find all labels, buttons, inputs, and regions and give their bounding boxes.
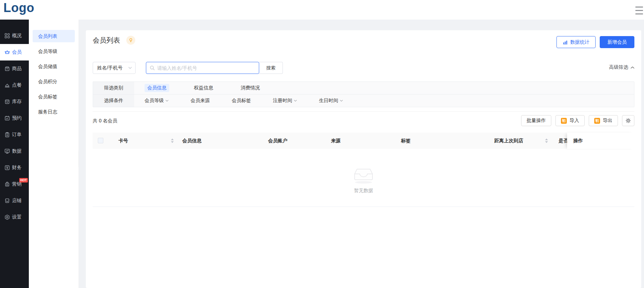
column-actions: 操作: [573, 133, 583, 149]
sort-icon[interactable]: [171, 139, 174, 143]
bag-chart-icon: [4, 181, 10, 187]
app-screen: Logo 概况 会员 商品 点餐: [0, 0, 644, 288]
chevron-down-icon: [294, 100, 297, 102]
hamburger-menu-icon[interactable]: [635, 7, 643, 14]
storefront-icon: [4, 198, 10, 204]
logo: Logo: [3, 1, 34, 15]
tip-lightbulb-icon[interactable]: [126, 36, 135, 45]
import-button[interactable]: 初 导入: [555, 115, 585, 126]
clipboard-icon: [4, 132, 10, 138]
filter-category-row: 筛选类别 会员信息 权益信息 消费情况: [93, 82, 634, 95]
sidebar-item-data[interactable]: 数据: [0, 143, 29, 159]
filter-member-tag[interactable]: 会员标签: [232, 98, 251, 104]
batch-actions-button[interactable]: 批量操作: [521, 115, 551, 126]
sidebar-item-label: 预约: [12, 115, 22, 121]
data-statistics-button[interactable]: 数据统计: [556, 36, 596, 48]
table-bottom-border: [93, 207, 634, 207]
sidebar-item-booking[interactable]: 预约: [0, 110, 29, 126]
submenu-item-member-level[interactable]: 会员等级: [33, 45, 75, 57]
filter-member-level-dropdown[interactable]: 会员等级: [145, 98, 169, 104]
member-list-card: 会员列表 数据统计 新增会员 姓名/手机号 搜索: [86, 30, 641, 288]
submenu-item-service-log[interactable]: 服务日志: [33, 106, 75, 118]
sidebar-item-label: 点餐: [12, 82, 22, 88]
sidebar-item-dining[interactable]: 点餐: [0, 77, 29, 93]
primary-sidebar: 概况 会员 商品 点餐 库存: [0, 20, 29, 288]
import-label: 导入: [570, 118, 579, 124]
search-icon: [150, 65, 155, 70]
filter-condition-label: 选择条件: [93, 95, 134, 107]
secondary-sidebar: 会员列表 会员等级 会员储值 会员积分 会员标签 服务日志: [29, 20, 79, 288]
beginner-badge: 初: [594, 118, 600, 124]
filter-tab-consumption[interactable]: 消费情况: [238, 84, 263, 92]
sidebar-item-marketing[interactable]: 营销 HOT: [0, 176, 29, 192]
chevron-down-icon: [340, 100, 343, 102]
add-member-button[interactable]: 新增会员: [600, 36, 634, 48]
fixed-action-column: 操作: [567, 133, 634, 149]
chevron-down-icon: [165, 100, 169, 102]
column-source: 来源: [331, 133, 341, 149]
filter-birthday-time-dropdown[interactable]: 生日时间: [319, 98, 343, 104]
submenu-item-member-points[interactable]: 会员积分: [33, 75, 75, 88]
gear-icon: [4, 214, 10, 220]
advanced-filter-toggle[interactable]: 高级筛选: [609, 64, 634, 70]
select-all-checkbox[interactable]: [98, 138, 103, 143]
inventory-box-icon: [4, 99, 10, 105]
empty-inbox-icon: [352, 167, 375, 184]
cloche-icon: [4, 82, 10, 88]
table-toolbar: 批量操作 初 导入 初 导出: [521, 115, 634, 126]
section-divider: [93, 111, 634, 112]
sidebar-item-label: 商品: [12, 66, 22, 72]
sidebar-item-goods[interactable]: 商品: [0, 60, 29, 77]
calendar-check-icon: [4, 115, 10, 121]
column-settings-button[interactable]: [622, 115, 634, 126]
export-button[interactable]: 初 导出: [589, 115, 618, 126]
sidebar-item-label: 会员: [12, 49, 22, 55]
empty-state-text: 暂无数据: [93, 188, 634, 194]
search-field-value: 姓名/手机号: [97, 65, 123, 71]
column-card-number: 卡号: [118, 133, 128, 149]
export-label: 导出: [603, 118, 612, 124]
sidebar-item-member[interactable]: 会员: [0, 44, 29, 60]
sidebar-item-orders[interactable]: 订单: [0, 126, 29, 143]
beginner-badge: 初: [561, 118, 567, 124]
filter-member-source[interactable]: 会员来源: [191, 98, 210, 104]
sidebar-item-label: 设置: [12, 214, 22, 220]
yuan-square-icon: [4, 165, 10, 171]
data-statistics-label: 数据统计: [570, 39, 589, 45]
search-field-select[interactable]: 姓名/手机号: [93, 62, 136, 74]
filter-tab-rights-info[interactable]: 权益信息: [191, 84, 216, 92]
column-last-visit: 距离上次到店: [494, 133, 523, 149]
crown-icon: [4, 49, 10, 55]
column-member-info: 会员信息: [182, 133, 202, 149]
search-button[interactable]: 搜索: [259, 62, 283, 74]
sidebar-item-overview[interactable]: 概况: [0, 27, 29, 44]
table-header-row: 卡号 会员信息 会员账户 来源 标签 距离上次到店 是否: [93, 133, 634, 149]
page-title: 会员列表: [93, 35, 120, 45]
sidebar-item-label: 库存: [12, 99, 22, 105]
filter-tab-member-info[interactable]: 会员信息: [145, 84, 169, 92]
sidebar-item-shop[interactable]: 店铺: [0, 192, 29, 209]
search-input[interactable]: [157, 65, 255, 71]
filter-condition-row: 选择条件 会员等级 会员来源 会员标签 注册时间: [93, 95, 634, 107]
sidebar-item-label: 数据: [12, 148, 22, 154]
submenu-item-member-list[interactable]: 会员列表: [33, 30, 75, 42]
sort-icon[interactable]: [545, 139, 548, 143]
bar-chart-icon: [563, 40, 568, 45]
column-member-account: 会员账户: [268, 133, 287, 149]
filter-register-time-dropdown[interactable]: 注册时间: [273, 98, 297, 104]
sidebar-item-inventory[interactable]: 库存: [0, 93, 29, 110]
empty-state: 暂无数据: [93, 167, 634, 194]
sidebar-item-settings[interactable]: 设置: [0, 209, 29, 225]
gear-icon: [625, 118, 631, 123]
monitor-chart-icon: [4, 148, 10, 154]
sidebar-item-finance[interactable]: 财务: [0, 159, 29, 176]
advanced-filter-label: 高级筛选: [609, 64, 628, 70]
submenu-item-member-stored-value[interactable]: 会员储值: [33, 60, 75, 73]
topbar: Logo: [0, 0, 644, 20]
add-member-label: 新增会员: [608, 39, 627, 45]
submenu-item-member-tags[interactable]: 会员标签: [33, 90, 75, 103]
sidebar-item-label: 订单: [12, 132, 22, 138]
search-input-wrapper: [146, 62, 259, 74]
member-count: 共 0 名会员: [93, 115, 117, 126]
dashboard-grid-icon: [4, 33, 10, 39]
